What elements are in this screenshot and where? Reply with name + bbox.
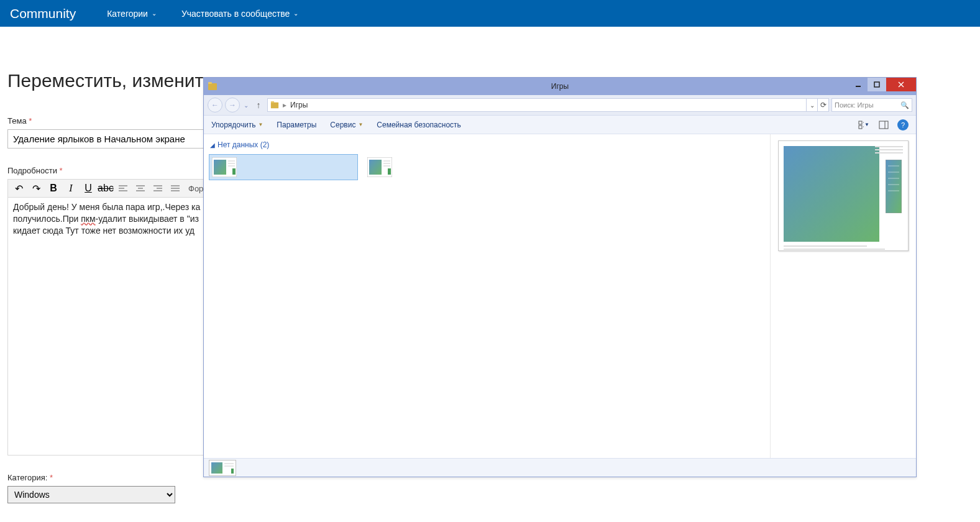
search-icon: 🔍 [900,101,909,109]
preview-thumbnail [778,140,909,251]
preview-pane [771,134,916,458]
svg-rect-24 [879,121,888,129]
service-label: Сервис [330,121,355,129]
games-folder-icon [270,101,279,109]
refresh-button[interactable]: ⟳ [817,99,828,111]
chevron-down-icon: ⌄ [152,10,157,17]
command-bar: Упорядочить ▼ Параметры Сервис ▼ Семейна… [204,116,916,134]
preview-image [784,146,879,242]
top-navigation: Community Категории ⌄ Участвовать в сооб… [0,0,980,27]
svg-rect-39 [886,160,902,213]
align-center-button[interactable] [132,181,149,196]
details-label-text: Подробности [7,166,57,175]
preview-text-lines [875,146,903,155]
dropdown-icon: ▼ [864,122,869,127]
nav-participate[interactable]: Участвовать в сообществе ⌄ [181,9,299,19]
preview-pane-button[interactable] [877,119,890,131]
required-asterisk: * [29,116,32,126]
svg-rect-45 [211,462,222,474]
service-menu[interactable]: Сервис ▼ [330,121,363,129]
organize-label: Упорядочить [211,121,255,129]
svg-rect-20 [859,121,862,124]
category-label-text: Категория: [7,473,47,482]
format-dropdown-label[interactable]: Фор [185,184,203,193]
svg-rect-31 [232,168,236,175]
minimize-button[interactable] [849,78,868,91]
status-thumb-icon [209,460,236,476]
view-options-button[interactable]: ▼ [858,119,870,131]
explorer-body: ◢ Нет данных (2) [204,134,916,458]
required-asterisk: * [50,473,53,482]
address-history-dropdown[interactable]: ⌄ [807,99,817,111]
forward-button[interactable]: → [225,98,240,112]
window-titlebar[interactable]: Игры [204,78,916,95]
align-left-button[interactable] [115,181,131,196]
family-safety-menu[interactable]: Семейная безопасность [377,121,461,129]
italic-button[interactable]: I [63,181,79,196]
status-bar [204,458,916,477]
breadcrumb-separator-icon: ▸ [283,101,286,109]
nav-categories-label: Категории [107,9,148,19]
game-thumb-icon [367,157,392,177]
svg-rect-37 [388,168,391,175]
up-button[interactable]: ↑ [252,100,265,110]
address-dropdown: ⌄ ⟳ [806,99,828,111]
category-select[interactable]: Windows [7,486,175,503]
svg-rect-48 [231,469,234,474]
organize-menu[interactable]: Упорядочить ▼ [211,121,263,129]
window-title: Игры [204,82,916,91]
back-button[interactable]: ← [208,98,222,112]
align-justify-button[interactable] [167,181,183,196]
breadcrumb-games[interactable]: Игры [290,101,308,109]
collapse-icon: ◢ [210,142,215,149]
svg-rect-19 [271,101,274,103]
game-thumb-icon [212,157,237,177]
address-bar[interactable]: ▸ Игры ⌄ ⟳ [267,98,829,112]
svg-rect-33 [369,160,382,175]
body-line3: кидает сюда Тут тоже нет возможности их … [13,226,195,236]
file-item[interactable] [209,154,358,180]
help-button[interactable]: ? [897,119,909,130]
nav-categories[interactable]: Категории ⌄ [107,9,157,19]
preview-sidebar-icon [886,160,902,213]
explorer-window: Игры ← → ⌄ ↑ ▸ Игры ⌄ ⟳ Поис [203,77,917,477]
family-safety-label: Семейная безопасность [377,121,461,129]
search-input[interactable]: Поиск: Игры 🔍 [831,98,912,112]
address-bar-row: ← → ⌄ ↑ ▸ Игры ⌄ ⟳ Поиск: Игры 🔍 [204,95,916,116]
search-placeholder: Поиск: Игры [835,101,874,109]
chevron-down-icon: ⌄ [293,10,298,17]
brand-label[interactable]: Community [10,6,76,21]
align-right-button[interactable] [150,181,166,196]
parameters-label: Параметры [277,121,316,129]
svg-rect-21 [859,126,862,129]
redo-button[interactable]: ↷ [28,181,44,196]
file-list[interactable]: ◢ Нет данных (2) [204,134,771,458]
body-line1: Добрый день! У меня была пара игр,.Через… [13,202,200,212]
body-spellerror: пкм [81,214,95,224]
svg-rect-27 [214,160,226,175]
strike-button[interactable]: abc [98,181,114,196]
nav-participate-label: Участвовать в сообществе [181,9,290,19]
body-line2b: -удалит выкидывает в "из [96,214,199,224]
maximize-button[interactable] [868,78,886,91]
svg-rect-18 [271,103,278,109]
parameters-menu[interactable]: Параметры [277,121,316,129]
close-button[interactable] [886,78,916,91]
dropdown-icon: ▼ [258,122,263,127]
svg-rect-38 [784,146,879,242]
underline-button[interactable]: U [80,181,96,196]
dropdown-icon: ▼ [358,122,363,127]
group-header-text: Нет данных (2) [218,140,269,149]
window-buttons [849,78,916,91]
topic-label-text: Тема [7,116,27,126]
required-asterisk: * [60,166,63,175]
bold-button[interactable]: B [45,181,62,196]
body-line2a: получилось.При [13,214,81,224]
file-item[interactable] [364,154,395,180]
undo-button[interactable]: ↶ [11,181,27,196]
recent-dropdown[interactable]: ⌄ [242,102,250,109]
preview-footer-lines [784,245,903,252]
svg-rect-15 [874,82,879,87]
group-header[interactable]: ◢ Нет данных (2) [210,140,765,149]
